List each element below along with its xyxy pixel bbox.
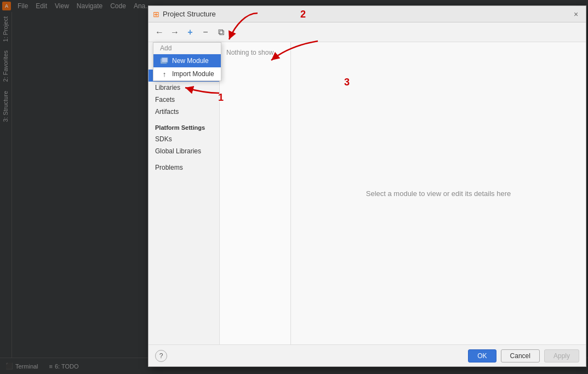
dialog-footer: ? OK Cancel Apply <box>149 344 586 366</box>
annotation-3: 3 <box>344 77 350 88</box>
footer-buttons: OK Cancel Apply <box>468 349 579 363</box>
annotation-1: 1 <box>218 92 224 103</box>
dialog-toolbar: ← → + − ⧉ Add New Module ↑ Import Module <box>149 22 586 42</box>
new-module-icon <box>160 56 169 65</box>
platform-settings-title: Platform Settings <box>149 122 219 133</box>
list-panel: Nothing to show <box>220 42 291 344</box>
toolbar-add-button[interactable]: + <box>184 26 197 39</box>
project-structure-dialog: ⊞ Project Structure × ← → + − ⧉ Add New … <box>148 5 586 367</box>
nav-item-facets[interactable]: Facets <box>149 94 219 106</box>
nav-panel: Project Settings Project Modules Librari… <box>149 42 220 344</box>
import-module-icon: ↑ <box>160 70 169 78</box>
ok-button[interactable]: OK <box>468 349 496 363</box>
toolbar-forward-button[interactable]: → <box>168 26 181 39</box>
new-module-label: New Module <box>172 57 209 65</box>
help-button[interactable]: ? <box>155 350 167 362</box>
toolbar-back-button[interactable]: ← <box>153 26 166 39</box>
annotation-2: 2 <box>300 9 306 20</box>
list-empty-text: Nothing to show <box>220 44 290 61</box>
dialog-titlebar: ⊞ Project Structure × <box>149 6 586 22</box>
toolbar-remove-button[interactable]: − <box>199 26 212 39</box>
dialog-title-text: Project Structure <box>163 10 216 18</box>
nav-item-problems[interactable]: Problems <box>149 162 219 174</box>
dropdown-header: Add <box>153 43 221 54</box>
add-dropdown-menu: Add New Module ↑ Import Module <box>153 42 221 81</box>
svg-rect-1 <box>162 57 168 62</box>
cancel-button[interactable]: Cancel <box>501 349 540 363</box>
dropdown-item-new-module[interactable]: New Module <box>153 54 221 67</box>
nav-item-sdks[interactable]: SDKs <box>149 133 219 145</box>
apply-button[interactable]: Apply <box>544 349 579 363</box>
toolbar-copy-button[interactable]: ⧉ <box>214 26 227 39</box>
import-module-label: Import Module <box>172 70 214 78</box>
dialog-title-area: ⊞ Project Structure <box>153 10 216 19</box>
dialog-content: Project Settings Project Modules Librari… <box>149 42 586 344</box>
main-placeholder-text: Select a module to view or edit its deta… <box>366 189 511 198</box>
dialog-close-button[interactable]: × <box>570 9 581 20</box>
dialog-icon: ⊞ <box>153 10 159 19</box>
nav-item-libraries[interactable]: Libraries <box>149 82 219 94</box>
nav-item-global-libraries[interactable]: Global Libraries <box>149 145 219 157</box>
dropdown-item-import-module[interactable]: ↑ Import Module <box>153 67 221 80</box>
main-content-panel: Select a module to view or edit its deta… <box>291 42 586 344</box>
nav-item-artifacts[interactable]: Artifacts <box>149 106 219 118</box>
